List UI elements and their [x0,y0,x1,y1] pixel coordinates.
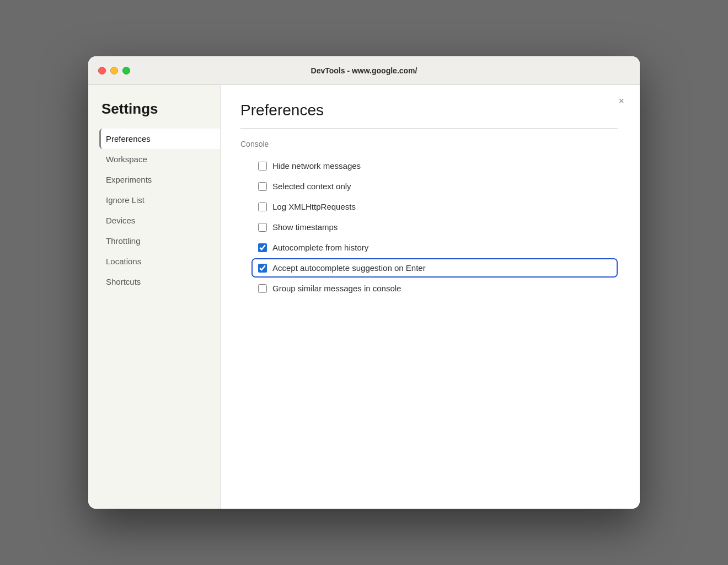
close-traffic-light[interactable] [98,67,106,74]
log-xml-label: Log XMLHttpRequests [272,202,356,211]
selected-context-checkbox[interactable] [258,182,267,191]
maximize-traffic-light[interactable] [122,67,130,74]
checkbox-item-selected-context[interactable]: Selected context only [251,177,618,196]
sidebar: Settings Preferences Workspace Experimen… [88,85,221,509]
sidebar-item-devices[interactable]: Devices [99,210,220,231]
sidebar-item-shortcuts[interactable]: Shortcuts [99,271,220,292]
sidebar-item-throttling[interactable]: Throttling [99,231,220,251]
sidebar-item-locations[interactable]: Locations [99,251,220,271]
hide-network-checkbox[interactable] [258,162,267,170]
group-similar-label: Group similar messages in console [272,284,401,293]
sidebar-nav: Preferences Workspace Experiments Ignore… [99,129,220,292]
window-title: DevTools - www.google.com/ [311,66,417,75]
console-subsection-label: Console [240,140,618,148]
show-timestamps-label: Show timestamps [272,222,338,232]
preferences-title: Preferences [240,102,618,119]
autocomplete-history-label: Autocomplete from history [272,243,368,252]
selected-context-label: Selected context only [272,182,351,191]
traffic-lights [98,67,130,74]
sidebar-item-experiments[interactable]: Experiments [99,169,220,190]
checkbox-item-autocomplete-enter[interactable]: Accept autocomplete suggestion on Enter [251,258,618,278]
section-divider [240,128,618,129]
show-timestamps-checkbox[interactable] [258,223,267,232]
checkbox-group: Hide network messages Selected context o… [240,156,618,298]
sidebar-heading: Settings [99,100,220,118]
checkbox-item-show-timestamps[interactable]: Show timestamps [251,217,618,237]
autocomplete-enter-checkbox[interactable] [258,264,267,273]
hide-network-label: Hide network messages [272,161,361,170]
checkbox-item-log-xml[interactable]: Log XMLHttpRequests [251,197,618,216]
checkbox-item-autocomplete-history[interactable]: Autocomplete from history [251,238,618,257]
sidebar-item-preferences[interactable]: Preferences [99,129,220,149]
checkbox-item-group-similar[interactable]: Group similar messages in console [251,279,618,298]
devtools-window: DevTools - www.google.com/ Settings Pref… [88,56,640,509]
sidebar-item-workspace[interactable]: Workspace [99,149,220,169]
minimize-traffic-light[interactable] [110,67,118,74]
group-similar-checkbox[interactable] [258,284,267,293]
close-button[interactable]: × [614,94,629,108]
checkbox-item-hide-network[interactable]: Hide network messages [251,156,618,175]
window-body: Settings Preferences Workspace Experimen… [88,85,640,509]
main-content: × Preferences Console Hide network messa… [221,85,640,509]
title-bar: DevTools - www.google.com/ [88,56,640,85]
autocomplete-history-checkbox[interactable] [258,243,267,252]
sidebar-item-ignore-list[interactable]: Ignore List [99,190,220,210]
autocomplete-enter-label: Accept autocomplete suggestion on Enter [272,263,426,273]
log-xml-checkbox[interactable] [258,202,267,211]
